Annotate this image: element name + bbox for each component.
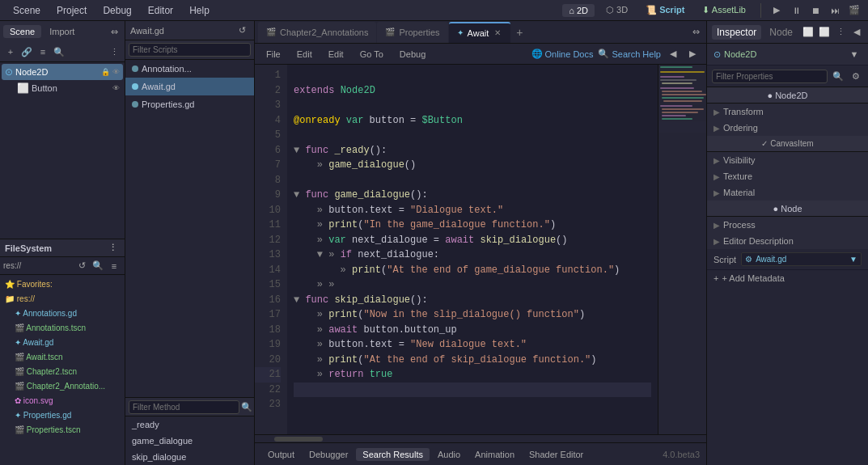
menu-editor[interactable]: Editor: [142, 3, 180, 18]
script-filter-input[interactable]: [129, 43, 251, 57]
tab-chapter2-annotations[interactable]: 🎬 Chapter2_Annotations: [258, 22, 376, 43]
fs-favorites[interactable]: ⭐ Favorites:: [2, 277, 123, 291]
fs-annotations-gd[interactable]: ✦ Annotations.gd: [2, 306, 123, 320]
tab-await[interactable]: ✦ Await ✕: [449, 22, 511, 43]
menu-project[interactable]: Project: [50, 3, 93, 18]
fs-await-gd[interactable]: ✦ Await.gd: [2, 335, 123, 349]
prop-section-editor-description[interactable]: ▶ Editor Description: [707, 233, 868, 249]
add-metadata-button[interactable]: + + Add Metadata: [707, 270, 868, 286]
mode-asset-button[interactable]: ⬇ AssetLib: [696, 3, 752, 17]
online-docs-link[interactable]: 🌐 Online Docs: [531, 49, 594, 59]
fs-res-root[interactable]: 📁 res://: [2, 291, 123, 306]
fs-annotations-tscn[interactable]: 🎬 Annotations.tscn: [2, 320, 123, 335]
prop-section-transform[interactable]: ▶ Transform: [707, 104, 868, 120]
scene-search-button[interactable]: 🔍: [52, 44, 66, 59]
script-item-await[interactable]: Await.gd: [125, 78, 254, 95]
code-editor-container: 1234 5678 9101112 13141516 17181920 21 2…: [255, 65, 706, 434]
tree-item-node2d[interactable]: ⊙ Node2D 🔒 👁: [2, 64, 123, 80]
method-ready[interactable]: _ready: [125, 416, 254, 433]
filter-properties-input[interactable]: [712, 70, 828, 83]
horizontal-scrollbar[interactable]: [255, 434, 706, 442]
toolbar-debug[interactable]: Debug: [395, 48, 430, 61]
bottom-tab-shader-editor[interactable]: Shader Editor: [523, 448, 590, 461]
add-node-button[interactable]: +: [3, 44, 18, 59]
play-button[interactable]: ▶: [769, 3, 784, 18]
bottom-tab-animation[interactable]: Animation: [468, 448, 521, 461]
fs-refresh-button[interactable]: ↺: [74, 259, 89, 273]
scene-expand-button[interactable]: ⇔: [107, 24, 121, 39]
tab-scene[interactable]: Scene: [3, 25, 41, 38]
editor-nav-next[interactable]: ▶: [685, 47, 700, 61]
mode-script-button[interactable]: 📜 Script: [639, 3, 691, 17]
fs-properties-tscn[interactable]: 🎬 Properties.tscn: [2, 422, 123, 437]
toolbar-goto[interactable]: Go To: [355, 48, 388, 61]
node-path-dropdown[interactable]: ▼: [847, 47, 862, 61]
filter-properties-settings[interactable]: ⚙: [849, 69, 863, 83]
toolbar-edit[interactable]: Edit: [292, 48, 317, 61]
scene-menu-button[interactable]: ⋮: [107, 44, 121, 59]
version-label: 4.0.beta3: [663, 450, 700, 459]
prop-section-texture[interactable]: ▶ Texture: [707, 168, 868, 184]
fs-chapter2-tscn[interactable]: 🎬 Chapter2.tscn: [2, 364, 123, 378]
method-game-dialogue[interactable]: game_dialogue: [125, 433, 254, 449]
menu-help[interactable]: Help: [183, 3, 216, 18]
mode-2d-button[interactable]: ⌂ 2D: [562, 4, 595, 17]
inspector-nav-prev[interactable]: ◀: [849, 25, 864, 40]
script-value[interactable]: ⚙ Await.gd ▼: [741, 252, 862, 266]
toolbar-file[interactable]: File: [261, 48, 286, 61]
svg-rect-13: [662, 115, 686, 116]
method-filter-icon[interactable]: 🔍: [241, 399, 252, 414]
tab-add-button[interactable]: +: [511, 24, 527, 40]
menu-debug[interactable]: Debug: [96, 3, 138, 18]
svg-rect-15: [658, 121, 706, 133]
step-button[interactable]: ⏭: [828, 3, 842, 18]
pause-button[interactable]: ⏸: [789, 3, 803, 18]
script-item-properties[interactable]: Properties.gd: [125, 95, 254, 113]
toolbar-edit2[interactable]: Edit: [324, 48, 349, 61]
svg-rect-10: [660, 105, 692, 107]
script-dot-properties: [132, 101, 138, 108]
fs-search-button[interactable]: 🔍: [91, 259, 105, 273]
bottom-tab-debugger[interactable]: Debugger: [303, 448, 354, 461]
fs-properties-gd[interactable]: ✦ Properties.gd: [2, 408, 123, 422]
filter-properties-icon[interactable]: 🔍: [831, 69, 845, 83]
prop-section-material[interactable]: ▶ Material: [707, 184, 868, 201]
script-item-annotation[interactable]: Annotation...: [125, 60, 254, 78]
tab-close-await[interactable]: ✕: [493, 28, 502, 38]
method-section: 🔍 _ready game_dialogue skip_dialogue: [125, 397, 254, 465]
tab-import[interactable]: Import: [43, 25, 81, 38]
prop-section-ordering[interactable]: ▶ Ordering: [707, 120, 868, 136]
editor-expand-button[interactable]: ⇔: [688, 25, 703, 40]
code-content[interactable]: extends Node2D @onready var button = $Bu…: [287, 65, 658, 434]
fs-menu-button[interactable]: ⋮: [105, 241, 120, 256]
svg-rect-8: [662, 97, 704, 99]
bottom-tab-audio[interactable]: Audio: [431, 448, 467, 461]
scrollbar-thumb[interactable]: [274, 437, 323, 442]
stop-button[interactable]: ⏹: [808, 3, 823, 18]
inspector-tab-inspector[interactable]: Inspector: [712, 25, 761, 40]
inspector-toolbar-icon3[interactable]: ⋮: [833, 25, 848, 40]
fs-chapter2-annotations[interactable]: 🎬 Chapter2_Annotatio...: [2, 378, 123, 393]
inspector-toolbar-icon2[interactable]: ⬜: [817, 25, 832, 40]
inspector-tab-node[interactable]: Node: [764, 25, 798, 40]
inspector-toolbar-icon1[interactable]: ⬜: [801, 25, 815, 40]
movie-button[interactable]: 🎬: [847, 3, 862, 18]
prop-section-visibility[interactable]: ▶ Visibility: [707, 152, 868, 168]
mode-3d-button[interactable]: ⬡ 3D: [599, 3, 634, 17]
menu-scene[interactable]: Scene: [6, 3, 47, 18]
instance-button[interactable]: 🔗: [19, 44, 34, 59]
bottom-tab-output[interactable]: Output: [261, 448, 301, 461]
tree-item-button[interactable]: ⬜ Button 👁: [2, 80, 123, 96]
prop-section-process[interactable]: ▶ Process: [707, 217, 868, 233]
method-filter-input[interactable]: [129, 400, 239, 414]
method-skip-dialogue[interactable]: skip_dialogue: [125, 449, 254, 465]
fs-icon-svg[interactable]: ✿ icon.svg: [2, 393, 123, 408]
bottom-tab-search-results[interactable]: Search Results: [356, 448, 430, 461]
tab-properties[interactable]: 🎬 Properties: [377, 22, 447, 43]
filter-toggle-button[interactable]: ≡: [36, 44, 50, 59]
editor-nav-prev[interactable]: ◀: [666, 47, 680, 61]
fs-filter-button[interactable]: ≡: [107, 259, 121, 273]
script-list-history[interactable]: ↺: [235, 23, 249, 38]
fs-await-tscn[interactable]: 🎬 Await.tscn: [2, 349, 123, 364]
search-help-link[interactable]: 🔍 Search Help: [598, 49, 661, 59]
